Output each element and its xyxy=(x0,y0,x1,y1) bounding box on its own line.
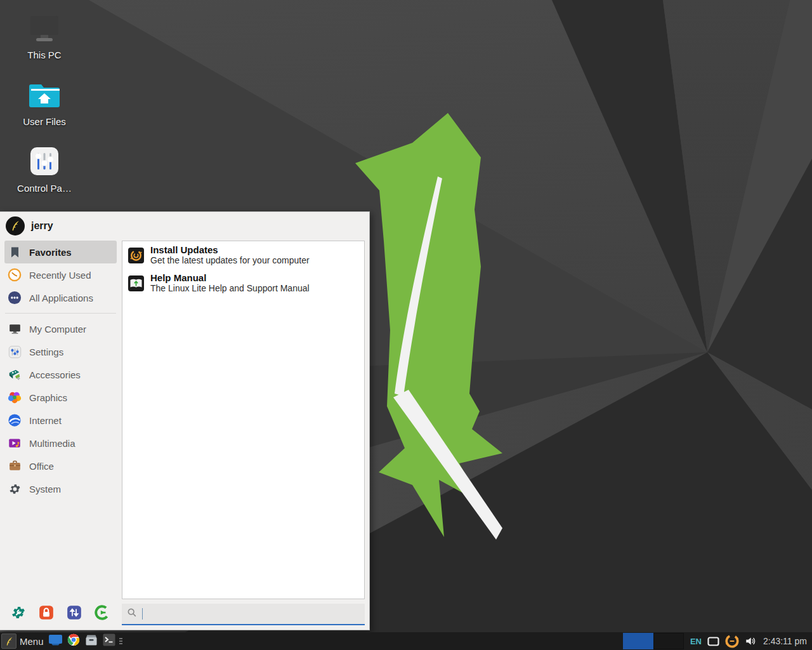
volume-icon[interactable] xyxy=(745,635,756,647)
multitool-icon xyxy=(7,367,22,382)
file-manager-launcher[interactable] xyxy=(82,632,100,650)
display-icon[interactable] xyxy=(707,637,719,646)
computer-icon xyxy=(11,9,77,47)
clock-icon xyxy=(7,267,22,282)
menu-item-subtitle: The Linux Lite Help and Support Manual xyxy=(150,283,310,294)
linux-lite-feather-logo xyxy=(343,95,533,559)
sidebar-category-office[interactable]: Office xyxy=(4,454,117,477)
briefcase-icon xyxy=(7,458,22,474)
desktop-icon-grid: This PC User Files xyxy=(11,9,77,209)
menu-button-label: Menu xyxy=(20,636,44,647)
sidebar-item-label: Office xyxy=(29,461,54,472)
system-tray: EN 2:43:11 pm xyxy=(690,634,812,648)
sidebar-item-label: Accessories xyxy=(29,369,81,380)
gear-icon xyxy=(7,481,22,496)
sync-updates-icon xyxy=(127,246,145,264)
sidebar-separator xyxy=(5,313,116,314)
home-folder-icon xyxy=(11,76,77,114)
workspace-1-active[interactable] xyxy=(623,633,653,649)
updates-available-icon[interactable] xyxy=(725,634,739,648)
menu-item-subtitle: Get the latest updates for your computer xyxy=(150,255,310,266)
sidebar-category-internet[interactable]: Internet xyxy=(4,409,117,432)
sidebar-item-label: All Applications xyxy=(29,293,93,303)
desktop-icon-user-files[interactable]: User Files xyxy=(11,76,77,127)
apps-circle-icon xyxy=(7,290,22,305)
sidebar-item-all-applications[interactable]: All Applications xyxy=(4,286,117,309)
sidebar-item-recently-used[interactable]: Recently Used xyxy=(4,263,117,286)
logout-power-icon xyxy=(94,604,110,623)
show-desktop-button[interactable] xyxy=(47,632,65,650)
desktop-icon-label: Control Pa… xyxy=(11,183,77,194)
chrome-launcher[interactable] xyxy=(65,632,82,650)
log-out-button[interactable] xyxy=(94,606,110,622)
workspace-switcher[interactable] xyxy=(623,633,684,649)
sliders-icon xyxy=(7,344,22,359)
search-icon xyxy=(127,607,137,620)
lock-screen-button[interactable] xyxy=(38,606,55,622)
sidebar-category-my-computer[interactable]: My Computer xyxy=(4,317,117,340)
sidebar-category-multimedia[interactable]: Multimedia xyxy=(4,432,117,454)
desktop-icon-control-panel[interactable]: Control Pa… xyxy=(11,142,77,194)
search-input[interactable] xyxy=(144,609,360,619)
switch-arrows-icon xyxy=(66,604,82,623)
help-book-icon xyxy=(127,274,145,292)
menu-sidebar: Favorites Recently Used All Applications xyxy=(0,241,121,500)
menu-item-title: Install Updates xyxy=(150,244,310,255)
user-avatar[interactable] xyxy=(6,216,25,235)
menu-app-list: Install Updates Get the latest updates f… xyxy=(122,241,365,599)
show-desktop-icon xyxy=(49,634,62,648)
bookmark-icon xyxy=(7,244,22,260)
sidebar-item-label: Recently Used xyxy=(29,270,91,281)
desktop-icon-this-pc[interactable]: This PC xyxy=(11,9,77,60)
window-list-handle[interactable] xyxy=(118,632,124,650)
sidebar-item-label: Favorites xyxy=(29,247,72,258)
sidebar-category-graphics[interactable]: Graphics xyxy=(4,386,117,409)
linux-lite-feather-icon xyxy=(1,633,16,649)
sidebar-category-settings[interactable]: Settings xyxy=(4,340,117,363)
file-cabinet-icon xyxy=(85,634,98,649)
switch-users-button[interactable] xyxy=(66,606,82,622)
desktop-icon-label: User Files xyxy=(11,116,77,127)
globe-icon xyxy=(7,413,22,428)
sidebar-item-label: Multimedia xyxy=(29,438,75,449)
sidebar-item-label: System xyxy=(29,484,61,494)
username: jerry xyxy=(31,220,53,232)
sidebar-category-accessories[interactable]: Accessories xyxy=(4,363,117,386)
chrome-icon xyxy=(67,633,80,649)
media-player-icon xyxy=(7,435,22,451)
control-panel-icon xyxy=(11,142,77,180)
desktop-icon-label: This PC xyxy=(11,50,77,60)
menu-action-row xyxy=(0,603,110,625)
all-settings-button[interactable] xyxy=(10,606,27,622)
keyboard-layout-indicator[interactable]: EN xyxy=(690,637,702,646)
menu-item-install-updates[interactable]: Install Updates Get the latest updates f… xyxy=(122,241,364,269)
terminal-icon xyxy=(103,633,115,649)
sidebar-item-label: My Computer xyxy=(29,324,86,335)
menu-item-title: Help Manual xyxy=(150,272,310,283)
taskbar-clock[interactable]: 2:43:11 pm xyxy=(763,636,807,646)
lock-icon xyxy=(38,604,55,623)
workspace-2[interactable] xyxy=(653,633,684,649)
terminal-launcher[interactable] xyxy=(100,632,118,650)
sidebar-item-label: Internet xyxy=(29,415,62,426)
menu-item-help-manual[interactable]: Help Manual The Linux Lite Help and Supp… xyxy=(122,269,364,297)
sidebar-item-label: Settings xyxy=(29,347,63,357)
sidebar-item-favorites[interactable]: Favorites xyxy=(4,241,117,263)
settings-gear-wrench-icon xyxy=(10,604,27,623)
sidebar-item-label: Graphics xyxy=(29,392,67,403)
computer-icon xyxy=(7,321,22,336)
color-flower-icon xyxy=(7,390,22,405)
text-cursor xyxy=(142,608,143,620)
taskbar: Menu xyxy=(0,632,812,650)
menu-search-bar[interactable] xyxy=(122,604,365,625)
taskbar-menu-button[interactable]: Menu xyxy=(0,632,47,650)
whisker-menu: jerry Favorites Recently Used xyxy=(0,211,370,630)
menu-header: jerry xyxy=(0,212,369,240)
sidebar-category-system[interactable]: System xyxy=(4,477,117,500)
